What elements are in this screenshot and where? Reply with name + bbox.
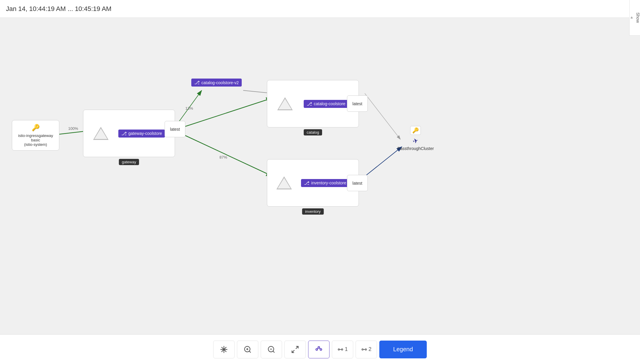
toolbar: 1 2 Legend — [0, 334, 640, 364]
chevron-left-icon: « — [630, 17, 634, 19]
svg-point-31 — [320, 349, 322, 350]
gateway-group: ⎇ gateway-coolstore gateway — [83, 110, 175, 157]
passthrough-node[interactable]: 🔑 ✈ PassthroughCluster — [397, 126, 434, 151]
graph-1-label: 1 — [345, 346, 348, 352]
svg-line-32 — [318, 348, 318, 349]
graph-layout-2-num-button[interactable]: 2 — [356, 341, 377, 358]
ingress-name: istio-ingressgateway — [18, 133, 53, 138]
gateway-latest-node[interactable]: latest — [165, 121, 185, 137]
key-icon: 🔑 — [32, 124, 40, 132]
gateway-badge-label: gateway-coolstore — [128, 131, 162, 136]
time-range: Jan 14, 10:44:19 AM ... 10:45:19 AM — [6, 5, 112, 13]
show-label: Show — [636, 12, 640, 23]
svg-point-37 — [362, 349, 364, 350]
svg-line-21 — [249, 351, 251, 352]
gateway-latest-label: latest — [170, 127, 180, 132]
catalog-latest-label: latest — [352, 101, 362, 106]
passthrough-plane-icon: ✈ — [412, 137, 419, 146]
inventory-latest-label: latest — [352, 181, 362, 186]
gateway-coolstore-badge[interactable]: ⎇ gateway-coolstore — [118, 130, 165, 138]
inventory-namespace: inventory — [302, 208, 324, 215]
inventory-badge-label: inventory-coolstore — [311, 181, 346, 185]
header: Jan 14, 10:44:19 AM ... 10:45:19 AM — [0, 0, 640, 18]
ingress-sub2: (istio-system) — [18, 142, 53, 147]
graph-area: 100% 100% 13% 100% 100% 87% 100% 🔑 istio… — [0, 18, 629, 334]
inventory-group: ⎇ inventory-coolstore inventory — [267, 159, 359, 207]
svg-text:100%: 100% — [68, 126, 78, 131]
usb-icon: ⎇ — [121, 131, 127, 136]
fit-view-button[interactable] — [284, 341, 306, 358]
svg-line-28 — [292, 350, 294, 352]
catalog-group: ⎇ catalog-coolstore catalog — [267, 80, 359, 127]
svg-line-7 — [184, 135, 273, 176]
catalog-coolstore-badge[interactable]: ⎇ catalog-coolstore — [304, 100, 348, 108]
ingress-node[interactable]: 🔑 istio-ingressgateway basic (istio-syst… — [12, 120, 59, 151]
zoom-in-button[interactable] — [237, 341, 258, 358]
graph-2-label: 2 — [368, 346, 371, 352]
zoom-out-button[interactable] — [261, 341, 282, 358]
svg-text:87%: 87% — [219, 155, 227, 159]
catalog-v2-usb-icon: ⎇ — [194, 80, 200, 85]
svg-point-29 — [316, 349, 318, 350]
catalog-v2-badge-container[interactable]: ⎇ catalog-coolstore-v2 — [191, 79, 242, 87]
legend-button[interactable]: Legend — [379, 341, 427, 358]
inventory-usb-icon: ⎇ — [304, 180, 309, 186]
ingress-sub1: basic — [18, 138, 53, 142]
catalog-latest-node[interactable]: latest — [347, 95, 368, 112]
catalog-v2-badge[interactable]: ⎇ catalog-coolstore-v2 — [191, 79, 242, 87]
catalog-namespace: catalog — [304, 129, 322, 135]
svg-line-9 — [365, 147, 402, 176]
svg-line-27 — [296, 346, 298, 349]
svg-point-34 — [338, 349, 340, 350]
svg-line-3 — [184, 98, 273, 127]
catalog-badge-label: catalog-coolstore — [314, 101, 346, 106]
catalog-usb-icon: ⎇ — [307, 101, 312, 107]
passthrough-label: PassthroughCluster — [397, 146, 434, 151]
inventory-coolstore-badge[interactable]: ⎇ inventory-coolstore — [301, 179, 349, 187]
svg-text:13%: 13% — [185, 106, 193, 111]
move-tool-button[interactable] — [213, 341, 235, 358]
graph-layout-1-num-button[interactable]: 1 — [332, 341, 353, 358]
svg-line-33 — [320, 348, 320, 349]
key-icon-passthrough: 🔑 — [410, 126, 421, 135]
inventory-latest-node[interactable]: latest — [347, 175, 368, 191]
catalog-v2-badge-label: catalog-coolstore-v2 — [201, 80, 239, 85]
show-panel-button[interactable]: Show « — [629, 0, 640, 36]
svg-point-35 — [342, 349, 343, 350]
svg-point-38 — [365, 349, 367, 350]
graph-layout-1-button[interactable] — [308, 341, 329, 358]
svg-line-25 — [273, 351, 274, 352]
gateway-namespace: gateway — [119, 159, 139, 165]
svg-point-30 — [318, 347, 320, 348]
svg-line-6 — [365, 93, 400, 139]
